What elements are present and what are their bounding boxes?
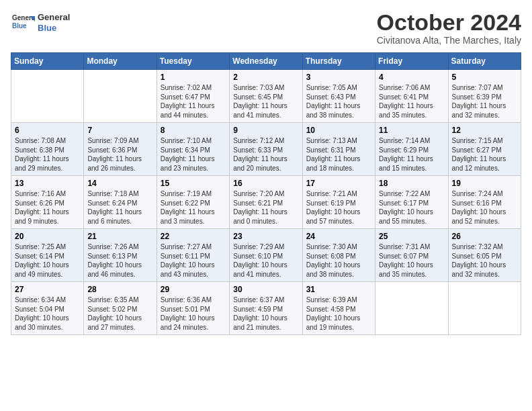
day-number: 13 [15, 179, 80, 188]
header-tuesday: Tuesday [157, 53, 229, 70]
day-number: 9 [233, 126, 298, 135]
day-number: 16 [233, 179, 298, 188]
weekday-row: Sunday Monday Tuesday Wednesday Thursday… [11, 53, 521, 70]
calendar-cell: 26Sunrise: 7:32 AMSunset: 6:05 PMDayligh… [448, 229, 521, 282]
cell-info: Sunrise: 7:02 AMSunset: 6:47 PMDaylight:… [161, 83, 226, 120]
calendar-cell: 18Sunrise: 7:22 AMSunset: 6:17 PMDayligh… [375, 176, 448, 229]
calendar-cell [448, 282, 521, 335]
location-subtitle: Civitanova Alta, The Marches, Italy [377, 35, 521, 46]
day-number: 24 [306, 232, 371, 241]
cell-info: Sunrise: 6:34 AMSunset: 5:04 PMDaylight:… [15, 295, 80, 332]
day-number: 10 [306, 126, 371, 135]
calendar-cell: 8Sunrise: 7:10 AMSunset: 6:34 PMDaylight… [157, 123, 229, 176]
day-number: 19 [452, 179, 517, 188]
cell-info: Sunrise: 7:22 AMSunset: 6:17 PMDaylight:… [379, 189, 444, 226]
cell-info: Sunrise: 7:21 AMSunset: 6:19 PMDaylight:… [306, 189, 371, 226]
day-number: 15 [161, 179, 226, 188]
calendar-cell: 22Sunrise: 7:27 AMSunset: 6:11 PMDayligh… [157, 229, 229, 282]
calendar-week-2: 6Sunrise: 7:08 AMSunset: 6:38 PMDaylight… [11, 123, 521, 176]
calendar-week-4: 20Sunrise: 7:25 AMSunset: 6:14 PMDayligh… [11, 229, 521, 282]
calendar-cell: 15Sunrise: 7:19 AMSunset: 6:22 PMDayligh… [157, 176, 229, 229]
cell-info: Sunrise: 7:31 AMSunset: 6:07 PMDaylight:… [379, 242, 444, 279]
cell-info: Sunrise: 7:20 AMSunset: 6:21 PMDaylight:… [233, 189, 298, 226]
cell-info: Sunrise: 6:39 AMSunset: 4:58 PMDaylight:… [306, 295, 371, 332]
calendar-header: Sunday Monday Tuesday Wednesday Thursday… [11, 53, 521, 70]
calendar-cell: 11Sunrise: 7:14 AMSunset: 6:29 PMDayligh… [375, 123, 448, 176]
cell-info: Sunrise: 6:36 AMSunset: 5:01 PMDaylight:… [161, 295, 226, 332]
calendar-week-5: 27Sunrise: 6:34 AMSunset: 5:04 PMDayligh… [11, 282, 521, 335]
logo: General Blue General Blue [11, 11, 70, 35]
day-number: 11 [379, 126, 444, 135]
day-number: 17 [306, 179, 371, 188]
calendar-cell: 17Sunrise: 7:21 AMSunset: 6:19 PMDayligh… [302, 176, 375, 229]
calendar-cell: 13Sunrise: 7:16 AMSunset: 6:26 PMDayligh… [11, 176, 84, 229]
day-number: 27 [15, 285, 80, 294]
day-number: 6 [15, 126, 80, 135]
cell-info: Sunrise: 7:19 AMSunset: 6:22 PMDaylight:… [161, 189, 226, 226]
day-number: 7 [87, 126, 152, 135]
calendar-cell: 24Sunrise: 7:30 AMSunset: 6:08 PMDayligh… [302, 229, 375, 282]
calendar-cell: 16Sunrise: 7:20 AMSunset: 6:21 PMDayligh… [230, 176, 302, 229]
calendar-cell: 28Sunrise: 6:35 AMSunset: 5:02 PMDayligh… [84, 282, 157, 335]
cell-info: Sunrise: 7:06 AMSunset: 6:41 PMDaylight:… [379, 83, 444, 120]
calendar-week-3: 13Sunrise: 7:16 AMSunset: 6:26 PMDayligh… [11, 176, 521, 229]
header-saturday: Saturday [448, 53, 521, 70]
logo-text: General Blue [38, 12, 70, 33]
calendar-week-1: 1Sunrise: 7:02 AMSunset: 6:47 PMDaylight… [11, 70, 521, 123]
day-number: 14 [87, 179, 152, 188]
cell-info: Sunrise: 7:15 AMSunset: 6:27 PMDaylight:… [452, 136, 517, 173]
header-wednesday: Wednesday [230, 53, 302, 70]
cell-info: Sunrise: 7:07 AMSunset: 6:39 PMDaylight:… [452, 83, 517, 120]
cell-info: Sunrise: 7:27 AMSunset: 6:11 PMDaylight:… [161, 242, 226, 279]
header-friday: Friday [375, 53, 448, 70]
day-number: 28 [87, 285, 152, 294]
cell-info: Sunrise: 7:08 AMSunset: 6:38 PMDaylight:… [15, 136, 80, 173]
title-area: October 2024 Civitanova Alta, The Marche… [377, 11, 521, 46]
day-number: 25 [379, 232, 444, 241]
header-thursday: Thursday [302, 53, 375, 70]
calendar-cell: 19Sunrise: 7:24 AMSunset: 6:16 PMDayligh… [448, 176, 521, 229]
logo-icon: General Blue [11, 11, 35, 35]
cell-info: Sunrise: 6:35 AMSunset: 5:02 PMDaylight:… [87, 295, 152, 332]
day-number: 22 [161, 232, 226, 241]
day-number: 20 [15, 232, 80, 241]
day-number: 30 [233, 285, 298, 294]
cell-info: Sunrise: 7:29 AMSunset: 6:10 PMDaylight:… [233, 242, 298, 279]
day-number: 26 [452, 232, 517, 241]
cell-info: Sunrise: 7:03 AMSunset: 6:45 PMDaylight:… [233, 83, 298, 120]
calendar-cell: 30Sunrise: 6:37 AMSunset: 4:59 PMDayligh… [230, 282, 302, 335]
calendar-cell [11, 70, 84, 123]
day-number: 31 [306, 285, 371, 294]
cell-info: Sunrise: 7:30 AMSunset: 6:08 PMDaylight:… [306, 242, 371, 279]
day-number: 1 [161, 73, 226, 82]
header-sunday: Sunday [11, 53, 84, 70]
calendar-cell: 23Sunrise: 7:29 AMSunset: 6:10 PMDayligh… [230, 229, 302, 282]
day-number: 23 [233, 232, 298, 241]
cell-info: Sunrise: 7:12 AMSunset: 6:33 PMDaylight:… [233, 136, 298, 173]
calendar-cell: 4Sunrise: 7:06 AMSunset: 6:41 PMDaylight… [375, 70, 448, 123]
cell-info: Sunrise: 7:13 AMSunset: 6:31 PMDaylight:… [306, 136, 371, 173]
calendar-cell: 27Sunrise: 6:34 AMSunset: 5:04 PMDayligh… [11, 282, 84, 335]
calendar-cell [84, 70, 157, 123]
calendar-cell: 9Sunrise: 7:12 AMSunset: 6:33 PMDaylight… [230, 123, 302, 176]
cell-info: Sunrise: 7:32 AMSunset: 6:05 PMDaylight:… [452, 242, 517, 279]
month-title: October 2024 [377, 11, 521, 34]
calendar-cell: 6Sunrise: 7:08 AMSunset: 6:38 PMDaylight… [11, 123, 84, 176]
day-number: 4 [379, 73, 444, 82]
cell-info: Sunrise: 7:16 AMSunset: 6:26 PMDaylight:… [15, 189, 80, 226]
calendar-cell: 14Sunrise: 7:18 AMSunset: 6:24 PMDayligh… [84, 176, 157, 229]
day-number: 5 [452, 73, 517, 82]
calendar-cell: 20Sunrise: 7:25 AMSunset: 6:14 PMDayligh… [11, 229, 84, 282]
day-number: 2 [233, 73, 298, 82]
cell-info: Sunrise: 7:10 AMSunset: 6:34 PMDaylight:… [161, 136, 226, 173]
cell-info: Sunrise: 7:26 AMSunset: 6:13 PMDaylight:… [87, 242, 152, 279]
day-number: 21 [87, 232, 152, 241]
calendar-cell: 10Sunrise: 7:13 AMSunset: 6:31 PMDayligh… [302, 123, 375, 176]
cell-info: Sunrise: 7:24 AMSunset: 6:16 PMDaylight:… [452, 189, 517, 226]
svg-text:Blue: Blue [12, 22, 27, 30]
calendar-body: 1Sunrise: 7:02 AMSunset: 6:47 PMDaylight… [11, 70, 521, 335]
calendar-cell: 7Sunrise: 7:09 AMSunset: 6:36 PMDaylight… [84, 123, 157, 176]
calendar-cell: 25Sunrise: 7:31 AMSunset: 6:07 PMDayligh… [375, 229, 448, 282]
day-number: 12 [452, 126, 517, 135]
day-number: 8 [161, 126, 226, 135]
